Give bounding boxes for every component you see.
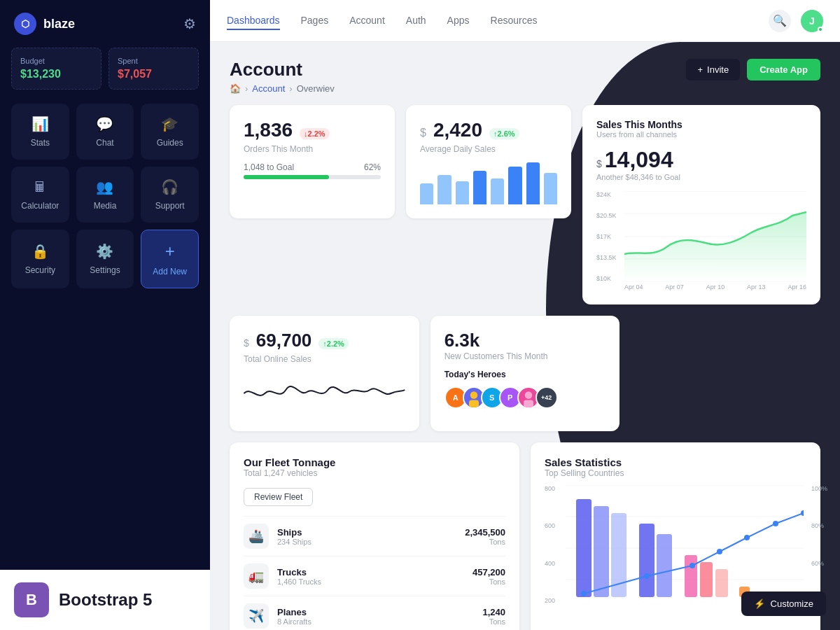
- heroes-avatars: A S P +42: [444, 386, 606, 409]
- x-label-1: Apr 04: [624, 284, 643, 290]
- bootstrap-text: Bootstrap 5: [59, 590, 152, 610]
- daily-sales-change: ↑2.6%: [489, 128, 519, 139]
- sidebar-menu-icon[interactable]: ⚙: [183, 15, 196, 32]
- svg-point-22: [581, 591, 587, 596]
- invite-button[interactable]: + Invite: [686, 59, 740, 80]
- x-label-3: Apr 10: [706, 284, 725, 290]
- guides-label: Guides: [157, 138, 183, 148]
- nav-item-stats[interactable]: 📊 Stats: [11, 104, 69, 160]
- nav-pages[interactable]: Pages: [301, 12, 329, 30]
- nav-item-media[interactable]: 👥 Media: [76, 167, 134, 223]
- fleet-sub: Total 1,247 vehicles: [244, 468, 505, 478]
- orders-goal-pct: 62%: [364, 162, 381, 172]
- new-customers-card: 6.3k New Customers This Month Today's He…: [430, 316, 620, 431]
- calculator-label: Calculator: [21, 201, 59, 211]
- chat-label: Chat: [96, 138, 113, 148]
- sales-y-axis: 800 600 400 200: [545, 485, 555, 604]
- orders-card: 1,836 ↓2.2% Orders This Month 1,048 to G…: [230, 105, 395, 218]
- svg-point-23: [644, 573, 650, 579]
- plus-icon: +: [697, 64, 703, 75]
- x-label-2: Apr 07: [665, 284, 684, 290]
- orders-number: 1,836: [244, 119, 293, 141]
- online-sales-number: 69,700: [256, 330, 312, 351]
- bootstrap-icon: B: [14, 582, 49, 617]
- sales-stats-sub: Top Selling Countries: [545, 468, 806, 478]
- create-app-button[interactable]: Create App: [747, 59, 820, 80]
- svg-rect-16: [639, 524, 654, 597]
- page-header: Account 🏠 › Account › Overwiev + Invite …: [230, 59, 820, 94]
- spent-value: $7,057: [118, 68, 190, 80]
- svg-point-25: [717, 549, 722, 554]
- breadcrumb: 🏠 › Account › Overwiev: [230, 83, 335, 94]
- nav-item-settings[interactable]: ⚙️ Settings: [76, 230, 134, 288]
- nav-apps[interactable]: Apps: [447, 12, 470, 30]
- breadcrumb-home[interactable]: 🏠: [230, 83, 241, 94]
- nav-grid: 📊 Stats 💬 Chat 🎓 Guides 🖩 Calculator 👥 M…: [0, 104, 210, 295]
- nav-account[interactable]: Account: [349, 12, 385, 30]
- orders-progress-bg: [244, 175, 381, 179]
- budget-card: Budget $13,230: [11, 48, 102, 90]
- trucks-name: Trucks: [277, 567, 321, 578]
- bootstrap-footer: B Bootstrap 5: [0, 570, 210, 630]
- line-chart-svg: [624, 191, 806, 282]
- guides-icon: 🎓: [161, 115, 178, 132]
- trucks-tons: 457,200: [472, 567, 505, 578]
- breadcrumb-current: Overwiev: [297, 83, 335, 94]
- fleet-trucks-left: 🚛 Trucks 1,460 Trucks: [244, 564, 321, 589]
- breadcrumb-account[interactable]: Account: [252, 83, 285, 94]
- nav-dashboards[interactable]: Dashboards: [227, 12, 280, 30]
- svg-rect-18: [685, 555, 697, 597]
- svg-rect-17: [657, 534, 672, 597]
- topnav: Dashboards Pages Account Auth Apps Resou…: [210, 0, 840, 42]
- budget-value: $13,230: [20, 68, 92, 80]
- online-sales-label: Total Online Sales: [244, 354, 405, 364]
- orders-number-row: 1,836 ↓2.2%: [244, 119, 381, 141]
- bar-8: [544, 173, 557, 204]
- bottom-grid: Our Fleet Tonnage Total 1,247 vehicles R…: [230, 442, 820, 630]
- trucks-unit: Tons: [472, 578, 505, 586]
- review-fleet-button[interactable]: Review Fleet: [244, 488, 313, 506]
- media-label: Media: [94, 201, 117, 211]
- nav-item-calculator[interactable]: 🖩 Calculator: [11, 167, 69, 223]
- customize-button[interactable]: ⚡ Customize: [741, 592, 826, 616]
- nav-item-chat[interactable]: 💬 Chat: [76, 104, 134, 160]
- add-new-icon: +: [165, 241, 175, 261]
- media-icon: 👥: [96, 178, 113, 195]
- svg-rect-14: [594, 506, 609, 597]
- daily-sales-number-row: $ 2,420 ↑2.6%: [420, 119, 557, 141]
- spent-label: Spent: [118, 57, 190, 65]
- x-label-4: Apr 13: [747, 284, 766, 290]
- sales-stats-title: Sales Statistics: [545, 456, 806, 468]
- sales-right-axis: 100% 80% 60% 40%: [811, 485, 827, 604]
- nav-item-support[interactable]: 🎧 Support: [141, 167, 199, 223]
- budget-cards: Budget $13,230 Spent $7,057: [0, 48, 210, 104]
- search-button[interactable]: 🔍: [769, 10, 791, 32]
- nav-item-security[interactable]: 🔒 Security: [11, 230, 69, 288]
- nav-item-add-new[interactable]: + Add New: [141, 230, 199, 288]
- logo-area: ⬡ blaze: [14, 13, 75, 35]
- trucks-icon: 🚛: [244, 564, 269, 589]
- bar-7: [526, 162, 540, 204]
- settings-label: Settings: [90, 265, 120, 275]
- user-avatar[interactable]: J: [801, 10, 823, 32]
- sales-sub-text: Another $48,346 to Goal: [596, 173, 806, 181]
- planes-info: Planes 8 Aircrafts: [277, 607, 312, 626]
- stats-label: Stats: [31, 138, 50, 148]
- support-label: Support: [155, 201, 185, 211]
- page-title: Account: [230, 59, 335, 80]
- svg-point-7: [524, 391, 532, 399]
- daily-sales-card: $ 2,420 ↑2.6% Average Daily Sales: [406, 105, 571, 218]
- heroes-label: Today's Heroes: [444, 370, 606, 379]
- nav-resources[interactable]: Resources: [491, 12, 538, 30]
- nav-auth[interactable]: Auth: [406, 12, 426, 30]
- sales-dollar: $: [596, 158, 602, 169]
- sales-number: 14,094: [605, 147, 673, 173]
- sidebar-header: ⬡ blaze ⚙: [0, 0, 210, 48]
- nav-item-guides[interactable]: 🎓 Guides: [141, 104, 199, 160]
- svg-rect-6: [469, 400, 479, 408]
- sales-month-sub: Users from all channels: [596, 130, 806, 139]
- fleet-title: Our Fleet Tonnage: [244, 456, 505, 468]
- add-new-label: Add New: [153, 267, 187, 276]
- orders-label: Orders This Month: [244, 144, 381, 154]
- topnav-links: Dashboards Pages Account Auth Apps Resou…: [227, 12, 537, 30]
